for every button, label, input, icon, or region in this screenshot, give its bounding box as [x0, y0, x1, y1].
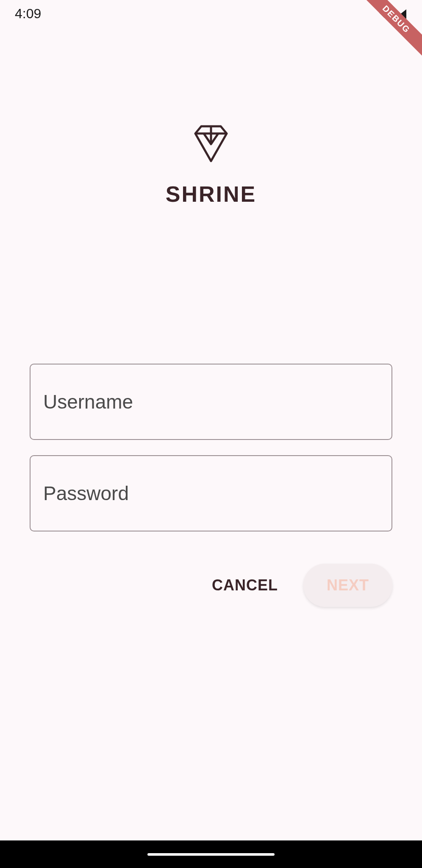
nav-handle[interactable] [147, 853, 275, 856]
cancel-button[interactable]: CANCEL [203, 564, 286, 607]
navigation-bar [0, 840, 422, 868]
diamond-logo-icon [191, 123, 231, 164]
username-input[interactable] [30, 364, 392, 440]
login-content: SHRINE CANCEL NEXT [0, 23, 422, 607]
button-row: CANCEL NEXT [30, 564, 392, 607]
password-input[interactable] [30, 455, 392, 531]
app-title: SHRINE [166, 181, 256, 207]
status-bar: 4:09 [0, 0, 422, 23]
status-time: 4:09 [15, 6, 41, 22]
next-button[interactable]: NEXT [303, 564, 392, 607]
